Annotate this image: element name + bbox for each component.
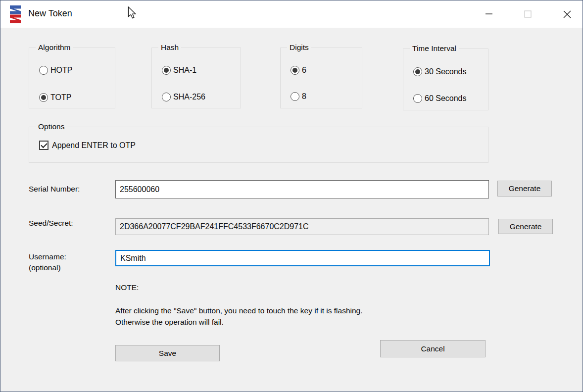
radio-60-seconds-circle[interactable]: [413, 94, 422, 103]
maximize-button: [516, 0, 539, 28]
radio-hotp[interactable]: HOTP: [39, 66, 72, 75]
options-group: Options Append ENTER to OTP: [29, 127, 488, 163]
hash-group: Hash SHA-1 SHA-256: [151, 48, 241, 108]
minimize-icon: [486, 13, 492, 15]
radio-digits-8[interactable]: 8: [291, 92, 306, 101]
window-title: New Token: [28, 8, 72, 19]
radio-digits-8-label: 8: [302, 92, 306, 101]
radio-60-seconds-label: 60 Seconds: [425, 94, 467, 103]
radio-totp-circle[interactable]: [39, 93, 48, 102]
time-interval-group-label: Time Interval: [410, 44, 459, 53]
options-group-label: Options: [36, 122, 67, 131]
radio-hotp-label: HOTP: [50, 66, 72, 75]
radio-60-seconds[interactable]: 60 Seconds: [413, 94, 467, 103]
minimize-button[interactable]: [478, 0, 500, 28]
radio-digits-8-circle[interactable]: [291, 92, 299, 101]
algorithm-group: Algorithm HOTP TOTP: [29, 48, 115, 108]
append-enter-checkbox[interactable]: [39, 141, 49, 150]
note-line-1: After clicking the "Save" button, you ne…: [115, 305, 363, 316]
username-input[interactable]: [115, 250, 490, 266]
algorithm-group-label: Algorithm: [36, 43, 73, 52]
seed-secret-label: Seed/Secret:: [29, 219, 73, 228]
username-label: Username:: [29, 252, 66, 261]
radio-totp-label: TOTP: [50, 93, 71, 102]
radio-30-seconds-circle[interactable]: [413, 67, 422, 76]
time-interval-group: Time Interval 30 Seconds 60 Seconds: [403, 49, 488, 110]
app-logo-icon: [7, 5, 23, 24]
new-token-dialog: New Token Algorithm HOTP: [0, 0, 583, 392]
note-heading: NOTE:: [115, 283, 139, 292]
append-enter-checkbox-row[interactable]: Append ENTER to OTP: [39, 141, 136, 150]
serial-number-label: Serial Number:: [29, 185, 80, 194]
radio-sha256[interactable]: SHA-256: [162, 93, 205, 101]
titlebar[interactable]: New Token: [0, 0, 583, 28]
note-line-2: Otherwise the operation will fail.: [115, 316, 363, 328]
radio-hotp-circle[interactable]: [39, 66, 48, 75]
radio-sha1[interactable]: SHA-1: [162, 66, 196, 75]
radio-totp[interactable]: TOTP: [39, 93, 71, 102]
mouse-cursor: [127, 6, 138, 19]
username-optional-label: (optional): [29, 263, 61, 272]
radio-digits-6-label: 6: [302, 66, 306, 75]
radio-30-seconds-label: 30 Seconds: [425, 67, 467, 76]
seed-secret-input[interactable]: [115, 218, 489, 235]
hash-group-label: Hash: [158, 43, 181, 52]
close-button[interactable]: [556, 0, 579, 28]
save-button[interactable]: Save: [115, 345, 220, 361]
radio-sha256-circle[interactable]: [162, 93, 171, 101]
radio-digits-6-circle[interactable]: [291, 66, 299, 75]
radio-sha256-label: SHA-256: [173, 93, 205, 101]
note-text: After clicking the "Save" button, you ne…: [115, 305, 363, 328]
generate-seed-button[interactable]: Generate: [498, 219, 553, 234]
radio-sha1-label: SHA-1: [173, 66, 196, 75]
maximize-icon: [524, 10, 532, 18]
append-enter-checkbox-label: Append ENTER to OTP: [52, 141, 136, 150]
digits-group-label: Digits: [287, 43, 311, 52]
serial-number-input[interactable]: [115, 180, 489, 198]
digits-group: Digits 6 8: [280, 48, 362, 108]
radio-30-seconds[interactable]: 30 Seconds: [413, 67, 467, 76]
generate-serial-button[interactable]: Generate: [497, 181, 552, 196]
radio-sha1-circle[interactable]: [162, 66, 171, 75]
close-icon: [563, 10, 571, 18]
cancel-button[interactable]: Cancel: [380, 340, 486, 357]
radio-digits-6[interactable]: 6: [291, 66, 306, 75]
